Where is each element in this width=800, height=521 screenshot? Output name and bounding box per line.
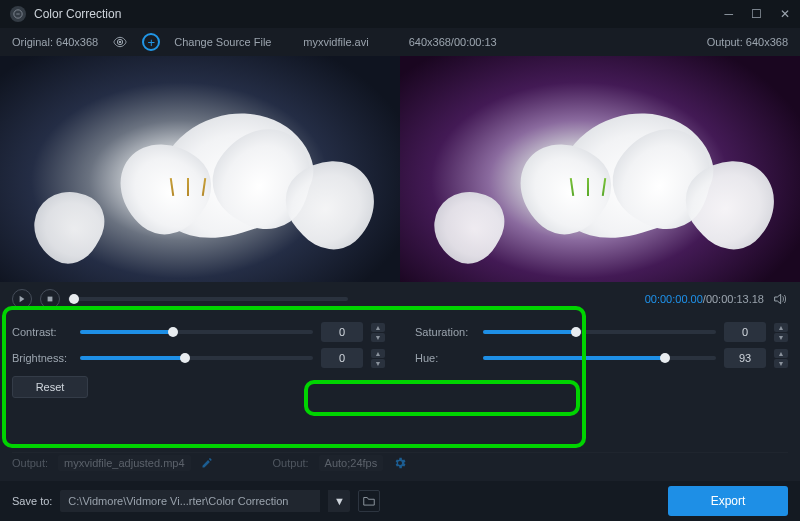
gear-icon[interactable] — [393, 456, 407, 470]
volume-icon[interactable] — [772, 291, 788, 307]
save-path-dropdown[interactable]: ▼ — [328, 490, 350, 512]
hue-label: Hue: — [415, 352, 475, 364]
hue-stepper[interactable]: ▲▼ — [774, 348, 788, 368]
play-button[interactable] — [12, 289, 32, 309]
contrast-stepper[interactable]: ▲▼ — [371, 322, 385, 342]
hue-slider[interactable] — [483, 356, 716, 360]
contrast-slider[interactable] — [80, 330, 313, 334]
output-info-row: Output: myxvidfile_adjusted.mp4 Output: … — [12, 452, 788, 472]
output-format-value: Auto;24fps — [319, 455, 384, 471]
output-file-value: myxvidfile_adjusted.mp4 — [58, 455, 190, 471]
time-total: 00:00:13.18 — [706, 293, 764, 305]
controls-panel: 00:00:00.00/00:00:13.18 Contrast: 0 ▲▼ S… — [0, 282, 800, 398]
preview-row — [0, 56, 800, 282]
svg-rect-2 — [48, 297, 53, 302]
window-title: Color Correction — [34, 7, 121, 21]
hue-value[interactable]: 93 — [724, 348, 766, 368]
brightness-slider[interactable] — [80, 356, 313, 360]
hue-row: Hue: 93 ▲▼ — [415, 348, 788, 368]
infobar: Original: 640x368 + Change Source File m… — [0, 28, 800, 56]
bottombar: Save to: C:\Vidmore\Vidmore Vi...rter\Co… — [0, 481, 800, 521]
saturation-slider[interactable] — [483, 330, 716, 334]
change-source-label[interactable]: Change Source File — [174, 36, 271, 48]
eye-icon[interactable] — [112, 34, 128, 50]
close-button[interactable]: ✕ — [780, 7, 790, 21]
saturation-value[interactable]: 0 — [724, 322, 766, 342]
maximize-button[interactable]: ☐ — [751, 7, 762, 21]
timeline-slider[interactable] — [68, 297, 348, 301]
output-dimensions-label: Output: 640x368 — [707, 36, 788, 48]
saturation-row: Saturation: 0 ▲▼ — [415, 322, 788, 342]
saturation-stepper[interactable]: ▲▼ — [774, 322, 788, 342]
pencil-icon[interactable] — [201, 457, 213, 469]
time-current: 00:00:00.00 — [645, 293, 703, 305]
svg-point-1 — [119, 41, 122, 44]
output-format-label: Output: — [273, 457, 309, 469]
brightness-row: Brightness: 0 ▲▼ — [12, 348, 385, 368]
saturation-label: Saturation: — [415, 326, 475, 338]
output-file-label: Output: — [12, 457, 48, 469]
stop-button[interactable] — [40, 289, 60, 309]
minimize-button[interactable]: ─ — [724, 7, 733, 21]
save-to-label: Save to: — [12, 495, 52, 507]
add-source-button[interactable]: + — [142, 33, 160, 51]
export-button[interactable]: Export — [668, 486, 788, 516]
titlebar: Color Correction ─ ☐ ✕ — [0, 0, 800, 28]
brightness-label: Brightness: — [12, 352, 72, 364]
open-folder-button[interactable] — [358, 490, 380, 512]
contrast-row: Contrast: 0 ▲▼ — [12, 322, 385, 342]
filename-label: myxvidfile.avi — [303, 36, 368, 48]
app-logo — [10, 6, 26, 22]
reset-button[interactable]: Reset — [12, 376, 88, 398]
brightness-value[interactable]: 0 — [321, 348, 363, 368]
brightness-stepper[interactable]: ▲▼ — [371, 348, 385, 368]
save-path-field[interactable]: C:\Vidmore\Vidmore Vi...rter\Color Corre… — [60, 490, 320, 512]
dimensions-duration-label: 640x368/00:00:13 — [409, 36, 497, 48]
original-dimensions-label: Original: 640x368 — [12, 36, 98, 48]
contrast-value[interactable]: 0 — [321, 322, 363, 342]
adjusted-preview — [400, 56, 800, 282]
timecode: 00:00:00.00/00:00:13.18 — [645, 293, 764, 305]
contrast-label: Contrast: — [12, 326, 72, 338]
original-preview — [0, 56, 400, 282]
